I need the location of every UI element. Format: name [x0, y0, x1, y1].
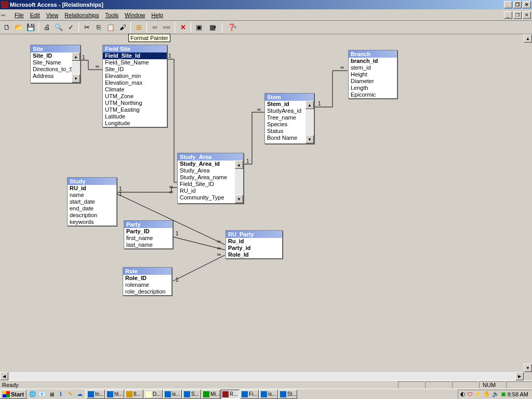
paste-button[interactable]: 📋	[105, 22, 116, 33]
scroll-down-button[interactable]: ▼	[72, 74, 80, 83]
taskbar-task-active[interactable]: R...	[221, 390, 240, 399]
field[interactable]: Study_Area_name	[178, 174, 243, 181]
menu-edit[interactable]: Edit	[27, 11, 43, 19]
menu-tools[interactable]: Tools	[102, 11, 122, 19]
table-title[interactable]: Study_Area	[178, 153, 243, 161]
vertical-scrollbar[interactable]: ▲ ▼	[524, 34, 532, 372]
quick-launch-icon[interactable]: ☁	[75, 390, 84, 398]
table-title[interactable]: Study	[68, 178, 116, 185]
field[interactable]: Longitude	[103, 120, 167, 127]
field[interactable]: Epicormic	[349, 91, 397, 98]
new-object-button[interactable]: ▦	[205, 22, 220, 33]
close-button[interactable]: ✕	[523, 1, 531, 8]
quick-launch-desktop-icon[interactable]: 🖥	[47, 390, 56, 398]
taskbar-task[interactable]: Fi...	[240, 390, 259, 399]
quick-launch-ie-icon[interactable]: 🌐	[29, 390, 37, 398]
scroll-up-button[interactable]: ▲	[524, 34, 532, 43]
field[interactable]: Role_ID	[123, 275, 171, 282]
mdi-close-button[interactable]: ✕	[523, 11, 531, 19]
scroll-down-button[interactable]: ▼	[235, 195, 243, 203]
scroll-right-button[interactable]: ▶	[515, 372, 524, 380]
field[interactable]: Ru_id	[226, 238, 282, 245]
menu-view[interactable]: View	[43, 11, 62, 19]
field[interactable]: branch_id	[349, 58, 397, 64]
taskbar-task[interactable]: St...	[278, 390, 297, 399]
field[interactable]: keywords	[68, 219, 116, 225]
field[interactable]: RU_id	[178, 188, 243, 194]
print-button[interactable]: 🖨	[41, 22, 52, 33]
tray-icon[interactable]: ◐	[460, 391, 466, 397]
table-study-area[interactable]: Study_Area Study_Area_id Study_Area Stud…	[177, 153, 244, 204]
table-role[interactable]: Role Role_ID rolename role_description	[123, 267, 172, 296]
field[interactable]: Diameter	[349, 78, 397, 85]
field[interactable]: Party_ID	[124, 228, 172, 235]
help-button[interactable]: ❓	[224, 22, 239, 33]
table-study[interactable]: Study RU_id name start_date end_date des…	[67, 177, 117, 226]
quick-launch-icon[interactable]: ✎	[66, 390, 74, 398]
field[interactable]: Study_Area	[178, 167, 243, 174]
quick-launch-icon[interactable]: ℹ	[57, 390, 65, 398]
taskbar-task[interactable]: is...	[163, 390, 182, 399]
restore-button[interactable]: ❐	[513, 1, 522, 8]
field[interactable]: Community_Type	[178, 194, 243, 201]
field[interactable]: Site_ID	[103, 66, 167, 73]
tray-icon[interactable]: 🛡	[467, 391, 473, 397]
field[interactable]: Height	[349, 71, 397, 78]
table-title[interactable]: Branch	[349, 50, 397, 58]
show-table-button[interactable]: ⊞	[133, 22, 144, 33]
menu-relationships[interactable]: Relationships	[61, 11, 102, 19]
field[interactable]: Party_id	[226, 245, 282, 251]
taskbar-task[interactable]: Mi...	[202, 390, 220, 399]
table-title[interactable]: Party	[124, 221, 172, 228]
field[interactable]: Latitude	[103, 113, 167, 120]
scroll-down-button[interactable]: ▼	[305, 135, 314, 143]
taskbar-task[interactable]: is...	[259, 390, 278, 399]
table-title[interactable]: Stem	[265, 94, 314, 101]
horizontal-scrollbar[interactable]: ◀ ▶	[0, 372, 524, 380]
mdi-system-icon[interactable]: ▫▫	[1, 11, 9, 19]
field[interactable]: description	[68, 212, 116, 219]
table-site[interactable]: Site Site_ID Site_Name Directions_to_Si …	[30, 45, 81, 83]
taskbar-task[interactable]: D...	[144, 390, 163, 399]
field[interactable]: Study_Area_id	[178, 161, 243, 167]
tray-volume-icon[interactable]: 🔊	[492, 391, 499, 397]
table-branch[interactable]: Branch branch_id stem_id Height Diameter…	[348, 50, 397, 99]
field[interactable]: name	[68, 192, 116, 198]
field[interactable]: last_name	[124, 242, 172, 248]
table-title[interactable]: Role	[123, 268, 171, 275]
mdi-minimize-button[interactable]: _	[504, 11, 512, 19]
table-ru-party[interactable]: RU_Party Ru_id Party_id Role_Id	[225, 230, 283, 259]
field[interactable]: UTM_Zone	[103, 93, 167, 100]
table-title[interactable]: Site	[31, 45, 80, 52]
field[interactable]: RU_id	[68, 185, 116, 192]
field[interactable]: Elevation_max	[103, 79, 167, 86]
taskbar-clock[interactable]: 8:58 AM	[508, 391, 529, 397]
field[interactable]: start_date	[68, 198, 116, 205]
field[interactable]: role_description	[123, 288, 171, 295]
field[interactable]: Role_Id	[226, 251, 282, 258]
taskbar-task[interactable]: S...	[182, 390, 201, 399]
menu-file[interactable]: File	[11, 11, 27, 19]
tray-icon[interactable]: ⚡	[474, 391, 482, 397]
minimize-button[interactable]: _	[504, 1, 512, 8]
relationships-canvas[interactable]: 1 ∞ 1 ∞ 1 ∞ 1 ∞ 1 ∞ 1 ∞ 1 ∞ 1 ∞ Site Sit…	[0, 34, 532, 380]
show-all-relationships-button[interactable]: ▫▫▫	[161, 22, 172, 33]
menu-help[interactable]: Help	[148, 11, 166, 19]
scroll-up-button[interactable]: ▲	[235, 161, 243, 169]
table-title[interactable]: RU_Party	[226, 231, 282, 238]
open-button[interactable]: 📂	[13, 22, 24, 33]
taskbar-task[interactable]: In...	[86, 390, 105, 399]
table-field-site[interactable]: Field Site Field_Site_Id Field_Site_Name…	[102, 45, 167, 127]
field[interactable]: UTM_Northing	[103, 100, 167, 107]
table-scrollbar[interactable]: ▲ ▼	[72, 52, 80, 83]
field[interactable]: Elevation_min	[103, 73, 167, 79]
mdi-restore-button[interactable]: ❐	[513, 11, 522, 19]
show-direct-relationships-button[interactable]: ▫▫	[149, 22, 161, 33]
field[interactable]: Length	[349, 85, 397, 91]
print-preview-button[interactable]: 🔍	[53, 22, 64, 33]
spelling-button[interactable]: ✓	[65, 22, 76, 33]
database-window-button[interactable]: ▣	[193, 22, 205, 33]
tray-icon[interactable]: ✋	[483, 391, 490, 397]
table-scrollbar[interactable]: ▲ ▼	[305, 101, 314, 143]
cut-button[interactable]: ✂	[81, 22, 92, 33]
